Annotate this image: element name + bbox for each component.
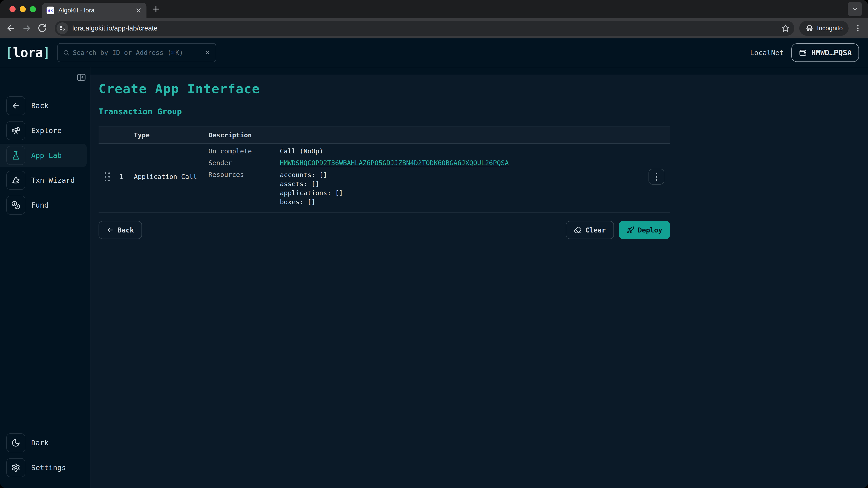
kebab-menu-icon [656,173,657,181]
row-index: 1 [116,173,130,181]
app-header: [lora] LocalNet HMWD…PQSA [0,38,868,67]
logo-bracket-right: ] [43,45,50,60]
sidebar-item-label: Txn Wizard [31,176,75,185]
sidebar: Back Explore App Lab [0,67,90,488]
sidebar-item-label: App Lab [31,151,62,160]
gear-icon [6,458,25,477]
lora-logo[interactable]: [lora] [5,45,50,60]
wallet-icon [799,48,807,57]
forward-nav-icon[interactable] [22,23,32,33]
arrow-left-icon [107,226,114,234]
row-menu-button[interactable] [649,169,664,185]
wallet-address: HMWD…PQSA [811,48,852,57]
rocket-icon [627,226,634,234]
transaction-type: Application Call [130,173,205,181]
sidebar-item-label: Dark [31,438,49,447]
sidebar-item-txn-wizard[interactable]: Txn Wizard [0,168,87,192]
incognito-badge: Incognito [799,21,848,36]
back-button-label: Back [118,226,134,234]
resource-accounts: accounts: [] [280,170,643,180]
site-info-button[interactable] [57,22,68,34]
column-header-description: Description [205,131,280,139]
sender-address-link[interactable]: HMWDSHQCOPD2T36WBAHLAZ6PO5GDJJZBN4D2TODK… [280,159,509,167]
clear-button-label: Clear [585,226,606,234]
coins-icon [6,196,25,215]
sidebar-item-fund[interactable]: Fund [0,193,87,217]
sidebar-item-back[interactable]: Back [0,94,87,118]
tab-search-chevron-button[interactable] [848,2,862,16]
main-area: Create App Interface Transaction Group T… [90,67,868,488]
search-icon [63,49,70,56]
app-body: Back Explore App Lab [0,67,868,488]
sidebar-item-settings[interactable]: Settings [0,456,87,480]
eraser-icon [574,226,582,234]
bookmark-star-icon[interactable] [781,24,790,33]
new-tab-button[interactable] [151,4,161,14]
tab-favicon: [ak] [46,6,54,14]
sidebar-item-label: Settings [31,463,66,472]
deploy-button-label: Deploy [638,226,662,234]
browser-window: [ak] AlgoKit - lora lora.algokit.io/a [0,0,868,488]
section-title: Transaction Group [98,107,868,116]
tab-close-icon[interactable] [135,7,142,14]
resource-assets: assets: [] [280,180,643,188]
site-settings-icon [59,25,66,32]
form-actions: Back Clear Deploy [98,221,670,239]
chevron-down-icon [851,5,859,13]
back-nav-icon[interactable] [6,23,16,33]
sidebar-item-explore[interactable]: Explore [0,119,87,142]
url-text[interactable]: lora.algokit.io/app-lab/create [72,24,781,32]
window-controls [9,6,36,12]
browser-toolbar: lora.algokit.io/app-lab/create Incognito [0,18,868,38]
deploy-button[interactable]: Deploy [619,221,670,239]
wizard-hat-icon [6,171,25,190]
resource-boxes: boxes: [] [280,197,643,206]
table-row: 1 Application Call On complete Call (NoO… [98,144,670,213]
sidebar-collapse-button[interactable] [76,72,86,82]
resource-applications: applications: [] [280,188,643,197]
reload-icon[interactable] [37,23,48,33]
minimize-window-button[interactable] [20,6,26,12]
arrow-left-icon [6,96,25,115]
network-label[interactable]: LocalNet [750,48,784,57]
clear-button[interactable]: Clear [566,221,614,239]
global-search[interactable] [57,43,216,62]
wallet-button[interactable]: HMWD…PQSA [792,43,859,62]
browser-tab[interactable]: [ak] AlgoKit - lora [42,3,147,18]
logo-name: lora [13,45,43,60]
lora-app: [lora] LocalNet HMWD…PQSA [0,38,868,488]
browser-titlebar: [ak] AlgoKit - lora [0,0,868,18]
close-window-button[interactable] [9,6,16,12]
sidebar-item-label: Back [31,101,49,110]
incognito-label: Incognito [817,25,843,32]
sidebar-footer: Dark Settings [0,431,90,488]
sidebar-nav: Back Explore App Lab [0,67,90,218]
flask-icon [6,146,25,165]
sidebar-item-theme-dark[interactable]: Dark [0,431,87,455]
sidebar-item-label: Explore [31,126,62,135]
tab-title: AlgoKit - lora [58,7,135,14]
table-header-row: Type Description [98,127,670,144]
main-panel: Create App Interface Transaction Group T… [90,74,868,488]
moon-icon [6,433,25,452]
logo-bracket-left: [ [5,45,13,60]
sidebar-item-label: Fund [31,201,49,209]
field-label: Resources [205,170,280,206]
transaction-group-table: Type Description 1 Application Call [98,127,670,213]
zoom-window-button[interactable] [30,6,36,12]
drag-handle[interactable] [105,172,110,181]
field-label: On complete [205,147,280,156]
telescope-icon [6,121,25,140]
browser-menu-icon[interactable] [854,24,862,33]
address-bar[interactable]: lora.algokit.io/app-lab/create [55,21,794,36]
back-button[interactable]: Back [98,221,142,239]
incognito-icon [805,24,814,33]
search-clear-icon[interactable] [204,50,211,56]
search-input[interactable] [73,49,201,57]
collapse-panel-icon [76,72,86,82]
page-title: Create App Interface [98,81,868,96]
on-complete-value: Call (NoOp) [280,147,643,156]
resources-list: accounts: [] assets: [] applications: []… [280,170,643,206]
sidebar-item-app-lab[interactable]: App Lab [0,144,87,167]
column-header-type: Type [130,131,205,139]
